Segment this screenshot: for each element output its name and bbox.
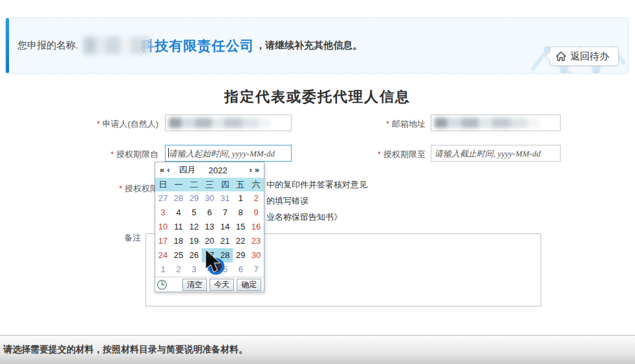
calendar-day[interactable]: 13 — [202, 220, 217, 234]
applicant-value-redacted — [169, 118, 270, 128]
page-root: 您申报的名称. 科技有限责任公司 ，请继续补充其他信息。 返回待办 指定代表或委… — [0, 0, 635, 364]
required-mark: * — [97, 120, 100, 129]
calendar-day[interactable]: 9 — [248, 206, 264, 220]
calendar-day[interactable]: 29 — [233, 248, 248, 262]
calendar-week-row: 1234567 — [155, 262, 264, 277]
prev-year-arrow-icon[interactable]: « — [158, 162, 166, 178]
applicant-label: *申请人(自然人) — [39, 119, 158, 129]
calendar-day[interactable]: 3 — [186, 262, 202, 277]
company-name-suffix: 科技有限责任公司 — [140, 37, 254, 55]
calendar-day[interactable]: 12 — [186, 220, 202, 234]
banner-suffix: ，请继续补充其他信息。 — [255, 39, 362, 52]
calendar-footer: 清空 今天 确定 — [155, 277, 264, 292]
calendar-week-row: 272829303112 — [155, 191, 264, 206]
calendar-day[interactable]: 5 — [217, 262, 233, 277]
calendar-day-header: 五 — [233, 178, 248, 191]
next-month-arrow-icon[interactable]: › — [248, 162, 253, 178]
calendar-day[interactable]: 30 — [248, 248, 264, 262]
calendar-day[interactable]: 23 — [248, 234, 264, 248]
calendar-day-header: 二 — [186, 178, 202, 191]
calendar-grid: 2728293031123456789101112131415161718192… — [155, 191, 264, 277]
auth-scope-option-fragment: 的填写错误 — [266, 196, 308, 206]
auth-scope-label: *授权权限 — [39, 184, 158, 194]
calendar-day[interactable]: 15 — [233, 220, 248, 234]
banner-prefix: 您申报的名称. — [17, 39, 78, 52]
calendar-day[interactable]: 30 — [202, 191, 217, 206]
calendar-day-header: 一 — [171, 178, 186, 191]
required-mark: * — [111, 150, 114, 159]
calendar-day[interactable]: 18 — [171, 234, 186, 248]
back-to-todo-button[interactable]: 返回待办 — [550, 47, 619, 66]
calendar-day[interactable]: 31 — [217, 191, 233, 206]
calendar-day[interactable]: 11 — [171, 220, 186, 234]
required-mark: * — [386, 120, 389, 129]
banner-accent-bar — [6, 18, 9, 73]
calendar-day[interactable]: 7 — [217, 206, 233, 220]
time-picker-icon[interactable] — [156, 279, 167, 290]
calendar-day[interactable]: 25 — [171, 248, 186, 262]
calendar-day-header: 日 — [155, 178, 171, 191]
calendar-day[interactable]: 26 — [186, 248, 202, 262]
calendar-day[interactable]: 2 — [248, 191, 264, 206]
calendar-day[interactable]: 17 — [155, 234, 171, 248]
notice-banner: 您申报的名称. 科技有限责任公司 ，请继续补充其他信息。 返回待办 — [5, 17, 629, 74]
email-label: *邮箱地址 — [349, 119, 425, 129]
remark-label: 备注 — [65, 233, 141, 243]
prev-month-arrow-icon[interactable]: ‹ — [166, 162, 171, 178]
home-icon — [555, 51, 566, 61]
calendar-day[interactable]: 29 — [186, 191, 202, 206]
auth-from-input[interactable] — [165, 145, 292, 162]
auth-scope-option-fragment: 中的复印件并签署核对意见 — [266, 180, 367, 190]
calendar-day[interactable]: 6 — [233, 262, 248, 277]
page-title: 指定代表或委托代理人信息 — [0, 87, 635, 107]
calendar-day[interactable]: 27 — [202, 248, 217, 262]
calendar-week-row: 3456789 — [155, 206, 264, 220]
calendar-day[interactable]: 28 — [217, 248, 233, 262]
calendar-day[interactable]: 14 — [217, 220, 233, 234]
required-mark: * — [119, 184, 122, 193]
calendar-confirm-button[interactable]: 确定 — [237, 279, 261, 291]
calendar-day[interactable]: 8 — [233, 206, 248, 220]
calendar-day[interactable]: 4 — [171, 206, 186, 220]
calendar-today-button[interactable]: 今天 — [210, 279, 234, 291]
auth-from-label: *授权期限自 — [39, 149, 158, 160]
calendar-week-row: 10111213141516 — [155, 220, 264, 234]
calendar-day[interactable]: 28 — [171, 191, 186, 206]
auth-to-input[interactable] — [431, 145, 561, 162]
calendar-day[interactable]: 20 — [202, 234, 217, 248]
calendar-day[interactable]: 19 — [186, 234, 202, 248]
calendar-day[interactable]: 6 — [202, 206, 217, 220]
company-name-redacted — [83, 37, 151, 54]
auth-scope-option-fragment: 业名称保留告知书》 — [266, 212, 342, 222]
required-mark: * — [378, 150, 381, 159]
calendar-day-headers: 日一二三四五六 — [155, 178, 264, 191]
calendar-month-select[interactable]: 四月 — [179, 164, 196, 176]
calendar-day[interactable]: 21 — [217, 234, 233, 248]
calendar-day[interactable]: 24 — [155, 248, 171, 262]
back-button-label: 返回待办 — [570, 50, 609, 63]
email-input[interactable] — [431, 114, 561, 131]
calendar-day[interactable]: 10 — [155, 220, 171, 234]
calendar-day-header: 四 — [217, 178, 233, 191]
calendar-day[interactable]: 5 — [186, 206, 202, 220]
calendar-day[interactable]: 2 — [171, 262, 186, 277]
calendar-day[interactable]: 4 — [202, 262, 217, 277]
calendar-day[interactable]: 1 — [233, 191, 248, 206]
banner-message: 您申报的名称. 科技有限责任公司 ，请继续补充其他信息。 — [17, 37, 362, 55]
calendar-day[interactable]: 27 — [155, 191, 171, 206]
calendar-day[interactable]: 3 — [155, 206, 171, 220]
applicant-input[interactable] — [165, 114, 292, 131]
next-year-arrow-icon[interactable]: » — [253, 162, 261, 178]
calendar-day[interactable]: 7 — [248, 262, 264, 277]
calendar-day-header: 三 — [202, 178, 217, 191]
email-value-redacted — [435, 118, 539, 128]
calendar-day[interactable]: 22 — [233, 234, 248, 248]
auth-to-label: *授权期限至 — [343, 149, 425, 160]
calendar-clear-button[interactable]: 清空 — [182, 279, 207, 291]
calendar-week-row: 17181920212223 — [155, 234, 264, 248]
text-cursor — [168, 148, 169, 158]
calendar-day[interactable]: 1 — [155, 262, 171, 277]
calendar-day-header: 六 — [248, 178, 264, 191]
calendar-day[interactable]: 16 — [248, 220, 264, 234]
calendar-year-select[interactable]: 2022 — [209, 166, 228, 175]
